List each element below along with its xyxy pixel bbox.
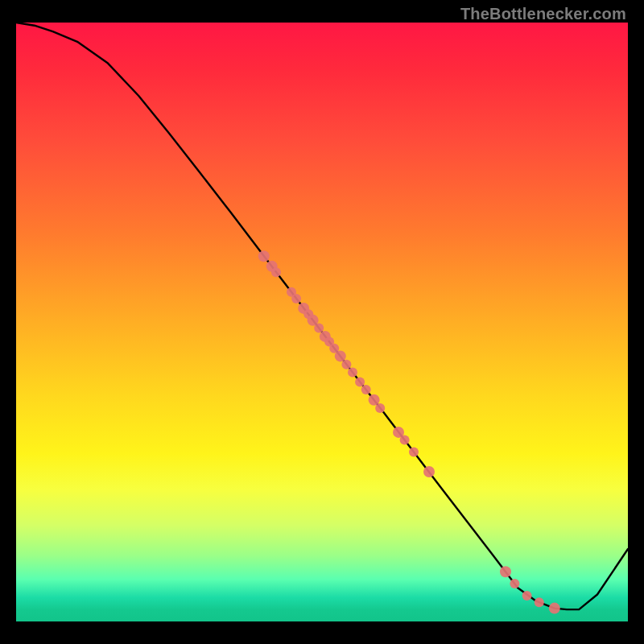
chart-overlay bbox=[16, 23, 628, 621]
data-point bbox=[549, 603, 560, 614]
data-point bbox=[535, 597, 544, 607]
bottleneck-curve bbox=[16, 23, 628, 609]
data-point bbox=[423, 466, 435, 477]
watermark-text: TheBottlenecker.com bbox=[460, 5, 626, 23]
data-point bbox=[314, 323, 324, 332]
data-point bbox=[500, 566, 511, 577]
data-point bbox=[510, 579, 519, 588]
data-point bbox=[291, 294, 301, 303]
chart-frame: TheBottlenecker.com bbox=[0, 0, 644, 644]
data-point bbox=[258, 250, 270, 262]
data-point bbox=[375, 403, 385, 413]
data-point bbox=[409, 447, 419, 456]
data-point bbox=[400, 436, 410, 445]
data-point bbox=[369, 394, 380, 406]
data-point bbox=[355, 377, 365, 386]
data-point bbox=[361, 385, 371, 394]
data-point bbox=[335, 350, 346, 361]
data-point bbox=[341, 360, 351, 369]
data-point bbox=[348, 368, 357, 378]
data-point bbox=[271, 267, 281, 277]
data-point bbox=[522, 591, 532, 601]
data-points bbox=[258, 250, 560, 613]
